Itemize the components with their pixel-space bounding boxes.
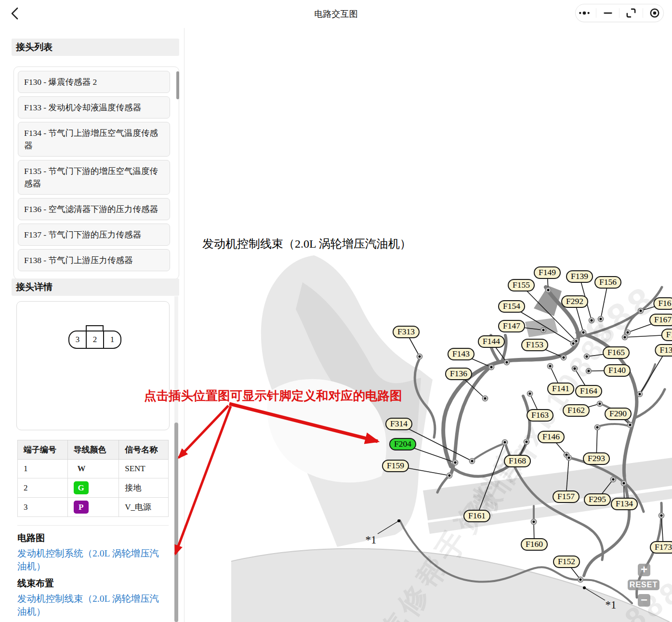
connector-label-F143[interactable]: F143 — [448, 348, 474, 360]
signal-cell: V_电源 — [119, 498, 169, 517]
connector-label-F144[interactable]: F144 — [478, 335, 505, 348]
connector-label-F156[interactable]: F156 — [594, 276, 621, 289]
pin-cell-2[interactable]: 2 — [86, 331, 104, 348]
circuit-diagram-heading: 电路图 — [17, 532, 45, 544]
connector-label-F161[interactable]: F161 — [463, 510, 490, 522]
pin-table: 端子编号 导线颜色 信号名称 1WSENT2G接地3PV_电源 — [17, 440, 169, 517]
connector-label-F1[interactable]: F1 — [661, 329, 672, 341]
terminal-cell: 1 — [18, 460, 68, 478]
window-capsule — [575, 4, 664, 22]
connector-label-F149[interactable]: F149 — [534, 266, 561, 279]
connector-label-F292[interactable]: F292 — [561, 295, 588, 308]
restore-icon — [625, 7, 637, 19]
sidebar-scrollbar-thumb[interactable] — [174, 423, 178, 622]
list-item[interactable]: F130 - 爆震传感器 2 — [18, 71, 170, 93]
connector-label-F153[interactable]: F153 — [521, 339, 548, 351]
target-icon — [648, 7, 661, 19]
col-wire-color: 导线颜色 — [67, 440, 119, 460]
capsule-divider — [596, 8, 596, 18]
capsule-divider — [619, 8, 619, 18]
connector-label-F159[interactable]: F159 — [382, 460, 409, 472]
list-scrollbar-thumb[interactable] — [176, 71, 179, 99]
wire-color-code: W — [78, 464, 86, 473]
harness-layout-link[interactable]: 发动机控制线束（2.0L 涡轮增压汽油机） — [17, 592, 167, 618]
signal-cell: 接地 — [119, 478, 169, 498]
connector-label-F293[interactable]: F293 — [583, 452, 610, 465]
diagram-title: 发动机控制线束（2.0L 涡轮增压汽油机） — [202, 236, 411, 251]
target-button[interactable] — [648, 7, 661, 19]
connector-label-F141[interactable]: F141 — [547, 383, 574, 395]
col-signal: 信号名称 — [119, 440, 169, 460]
footnote-marker: *1 — [366, 534, 377, 546]
list-item[interactable]: F133 - 发动机冷却液温度传感器 — [18, 96, 170, 119]
terminal-cell: 3 — [18, 498, 68, 517]
signal-cell: SENT — [119, 460, 169, 478]
capsule-divider — [643, 8, 643, 18]
circuit-diagram-link[interactable]: 发动机控制系统（2.0L 涡轮增压汽油机） — [17, 547, 167, 573]
connector-label-F168[interactable]: F168 — [504, 455, 531, 467]
more-dots-icon — [578, 7, 591, 19]
connector-pin-diagram[interactable]: 3 2 1 — [68, 331, 121, 349]
wire-color-code: P — [74, 501, 89, 514]
connector-label-F155[interactable]: F155 — [508, 279, 535, 291]
wire-color-cell: G — [67, 478, 119, 498]
pin-table-body: 1WSENT2G接地3PV_电源 — [18, 460, 169, 517]
wire-color-code: G — [74, 481, 89, 494]
connector-label-F313[interactable]: F313 — [393, 326, 420, 338]
zoom-reset-button[interactable]: RESET — [628, 580, 659, 590]
connector-detail-panel[interactable]: 3 2 1 — [16, 301, 170, 430]
list-item[interactable]: F136 - 空气滤清器下游的压力传感器 — [18, 198, 170, 220]
minimize-button[interactable] — [602, 7, 614, 19]
circuit-interactive-app: 汽修帮手资料库微信qxb10888888888 F313F149F155F139… — [0, 0, 672, 622]
connector-label-F136[interactable]: F136 — [445, 368, 472, 380]
sidebar: 接头列表 F130 - 爆震传感器 2F133 - 发动机冷却液温度传感器F13… — [0, 28, 184, 622]
pin-cell-1[interactable]: 1 — [104, 331, 120, 348]
connector-label-F16[interactable]: F16 — [653, 297, 672, 310]
section-rule — [17, 525, 169, 526]
page-title: 电路交互图 — [0, 8, 672, 20]
connector-label-F204[interactable]: F204 — [389, 438, 416, 450]
list-item[interactable]: F138 - 节气门上游压力传感器 — [18, 249, 170, 271]
minimize-icon — [602, 7, 614, 19]
list-item[interactable]: F134 - 节气门上游增压空气温度传感器 — [18, 122, 170, 157]
list-item[interactable]: F135 - 节气门下游的增压空气温度传感器 — [18, 160, 170, 195]
connector-list: F130 - 爆震传感器 2F133 - 发动机冷却液温度传感器F134 - 节… — [13, 66, 179, 279]
zoom-out-button[interactable]: − — [638, 594, 650, 607]
list-item[interactable]: F137 - 节气门下游的压力传感器 — [18, 224, 170, 246]
connector-label-F154[interactable]: F154 — [498, 300, 525, 313]
connector-label-F295[interactable]: F295 — [584, 493, 611, 506]
connector-label-F173[interactable]: F173 — [650, 541, 672, 554]
connector-label-F157[interactable]: F157 — [553, 490, 580, 503]
zoom-in-button[interactable]: + — [638, 564, 650, 576]
connector-label-F167[interactable]: F167 — [649, 314, 672, 326]
connector-label-F146[interactable]: F146 — [538, 431, 565, 443]
table-row: 2G接地 — [18, 478, 169, 498]
connector-label-F13[interactable]: F13 — [655, 344, 672, 357]
footnote-marker: *1 — [606, 599, 617, 611]
annotation-hint-text: 点击插头位置图可显示针脚定义和对应的电路图 — [144, 387, 402, 404]
col-terminal: 端子编号 — [18, 440, 68, 460]
pin-cell-3[interactable]: 3 — [69, 331, 86, 348]
wire-color-cell: P — [67, 498, 119, 517]
top-bar: 电路交互图 — [0, 0, 672, 28]
connector-label-F152[interactable]: F152 — [553, 556, 580, 568]
wire-color-cell: W — [67, 460, 119, 478]
connector-label-F290[interactable]: F290 — [605, 408, 632, 420]
connector-label-F164[interactable]: F164 — [575, 385, 602, 397]
connector-label-F139[interactable]: F139 — [566, 270, 593, 283]
connector-label-F165[interactable]: F165 — [603, 346, 630, 359]
connector-label-F140[interactable]: F140 — [604, 364, 631, 377]
connector-detail-header: 接头详情 — [12, 278, 179, 296]
harness-layout-heading: 线束布置 — [17, 577, 54, 590]
connector-label-F147[interactable]: F147 — [498, 320, 525, 332]
restore-button[interactable] — [625, 7, 637, 19]
connector-label-F314[interactable]: F314 — [385, 418, 412, 430]
terminal-cell: 2 — [18, 478, 68, 498]
more-button[interactable] — [578, 7, 591, 19]
table-row: 1WSENT — [18, 460, 169, 478]
connector-label-F162[interactable]: F162 — [563, 404, 590, 417]
connector-label-F134[interactable]: F134 — [611, 498, 638, 510]
connector-label-F163[interactable]: F163 — [527, 409, 553, 422]
table-row: 3PV_电源 — [18, 498, 169, 517]
connector-label-F160[interactable]: F160 — [521, 538, 548, 551]
